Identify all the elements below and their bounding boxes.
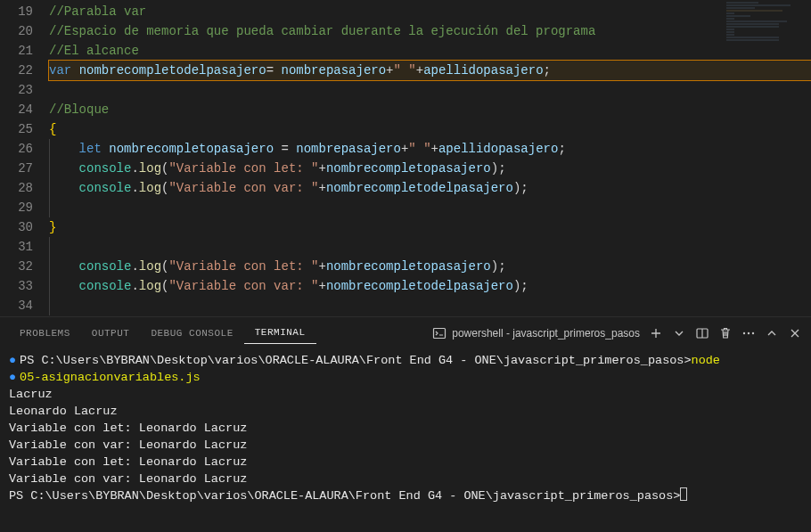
trash-icon[interactable] bbox=[718, 326, 733, 340]
panel-tabs: PROBLEMS OUTPUT DEBUG CONSOLE TERMINAL p… bbox=[0, 317, 811, 348]
terminal-icon bbox=[432, 326, 446, 340]
code-line[interactable]: 25{ bbox=[0, 119, 811, 139]
code-content[interactable]: //Bloque bbox=[49, 100, 811, 119]
code-line[interactable]: 31 bbox=[0, 237, 811, 257]
tab-debug-console[interactable]: DEBUG CONSOLE bbox=[140, 323, 243, 344]
tab-problems[interactable]: PROBLEMS bbox=[9, 323, 81, 344]
line-number: 23 bbox=[0, 80, 49, 100]
line-number: 25 bbox=[0, 119, 49, 139]
tab-output[interactable]: OUTPUT bbox=[81, 323, 141, 344]
terminal-line: Lacruz bbox=[9, 386, 802, 403]
code-content[interactable]: let nombrecompletopasajero = nombrepasaj… bbox=[49, 139, 811, 159]
code-line[interactable]: 20//Espacio de memoria que pueda cambiar… bbox=[0, 21, 811, 41]
line-number: 32 bbox=[0, 257, 49, 276]
chevron-down-icon[interactable] bbox=[672, 326, 686, 340]
terminal-shell-selector[interactable]: powershell - javascript_primeros_pasos bbox=[432, 326, 640, 340]
chevron-up-icon[interactable] bbox=[765, 326, 779, 340]
code-content[interactable]: console.log("Variable con var: "+nombrec… bbox=[49, 276, 811, 296]
code-line[interactable]: 22var nombrecompletodelpasajero= nombrep… bbox=[0, 61, 811, 80]
split-terminal-icon[interactable] bbox=[695, 326, 709, 340]
code-line[interactable]: 26 let nombrecompletopasajero = nombrepa… bbox=[0, 139, 811, 159]
tab-terminal[interactable]: TERMINAL bbox=[244, 322, 316, 344]
terminal-line: Variable con var: Leonardo Lacruz bbox=[9, 437, 802, 454]
line-number: 20 bbox=[0, 21, 49, 41]
svg-point-3 bbox=[748, 331, 750, 333]
line-number: 34 bbox=[0, 296, 49, 315]
line-number: 19 bbox=[0, 2, 49, 21]
terminal-shell-label: powershell - javascript_primeros_pasos bbox=[452, 327, 640, 340]
code-content[interactable]: console.log("Variable con let: "+nombrec… bbox=[49, 159, 811, 178]
line-number: 33 bbox=[0, 276, 49, 296]
code-editor[interactable]: 19//Parabla var20//Espacio de memoria qu… bbox=[0, 0, 811, 316]
terminal-cursor bbox=[680, 487, 687, 501]
terminal-line: ●05-asignacionvariables.js bbox=[9, 369, 802, 386]
line-number: 28 bbox=[0, 178, 49, 198]
code-line[interactable]: 28 console.log("Variable con var: "+nomb… bbox=[0, 178, 811, 198]
terminal-line: Variable con let: Leonardo Lacruz bbox=[9, 454, 802, 471]
code-content[interactable]: console.log("Variable con var: "+nombrec… bbox=[49, 178, 811, 198]
more-icon[interactable] bbox=[741, 326, 756, 340]
code-line[interactable]: 33 console.log("Variable con var: "+nomb… bbox=[0, 276, 811, 296]
code-content[interactable] bbox=[49, 198, 811, 217]
code-content[interactable]: //El alcance bbox=[49, 41, 811, 61]
code-content[interactable] bbox=[49, 80, 811, 100]
code-line[interactable]: 34 bbox=[0, 296, 811, 315]
terminal-line: PS C:\Users\BYBRAN\Desktop\varios\ORACLE… bbox=[9, 487, 802, 504]
code-content[interactable]: { bbox=[49, 119, 811, 139]
line-number: 29 bbox=[0, 198, 49, 217]
code-line[interactable]: 24//Bloque bbox=[0, 100, 811, 119]
line-number: 22 bbox=[0, 61, 49, 80]
code-line[interactable]: 19//Parabla var bbox=[0, 2, 811, 21]
terminal-line: Leonardo Lacruz bbox=[9, 403, 802, 420]
code-content[interactable]: //Parabla var bbox=[49, 2, 811, 21]
code-content[interactable]: console.log("Variable con let: "+nombrec… bbox=[49, 257, 811, 276]
terminal-line: Variable con let: Leonardo Lacruz bbox=[9, 420, 802, 437]
code-line[interactable]: 29 bbox=[0, 198, 811, 217]
svg-rect-0 bbox=[434, 328, 446, 338]
line-number: 21 bbox=[0, 41, 49, 61]
line-number: 31 bbox=[0, 237, 49, 257]
code-line[interactable]: 30} bbox=[0, 217, 811, 237]
code-content[interactable]: //Espacio de memoria que pueda cambiar d… bbox=[49, 21, 811, 41]
code-content[interactable] bbox=[49, 296, 811, 315]
code-line[interactable]: 21//El alcance bbox=[0, 41, 811, 61]
code-line[interactable]: 27 console.log("Variable con let: "+nomb… bbox=[0, 159, 811, 178]
line-number: 26 bbox=[0, 139, 49, 159]
code-line[interactable]: 23 bbox=[0, 80, 811, 100]
line-number: 24 bbox=[0, 100, 49, 119]
close-icon[interactable] bbox=[788, 326, 802, 340]
code-content[interactable]: } bbox=[49, 217, 811, 237]
new-terminal-icon[interactable] bbox=[649, 326, 663, 340]
code-content[interactable]: var nombrecompletodelpasajero= nombrepas… bbox=[49, 61, 811, 80]
code-line[interactable]: 32 console.log("Variable con let: "+nomb… bbox=[0, 257, 811, 276]
svg-point-2 bbox=[743, 331, 745, 333]
svg-point-4 bbox=[752, 331, 754, 333]
line-number: 30 bbox=[0, 217, 49, 237]
terminal-output[interactable]: ●PS C:\Users\BYBRAN\Desktop\varios\ORACL… bbox=[0, 348, 811, 532]
bottom-panel: PROBLEMS OUTPUT DEBUG CONSOLE TERMINAL p… bbox=[0, 316, 811, 532]
terminal-line: Variable con var: Leonardo Lacruz bbox=[9, 471, 802, 487]
line-number: 27 bbox=[0, 159, 49, 178]
code-content[interactable] bbox=[49, 237, 811, 257]
terminal-line: ●PS C:\Users\BYBRAN\Desktop\varios\ORACL… bbox=[9, 352, 802, 369]
